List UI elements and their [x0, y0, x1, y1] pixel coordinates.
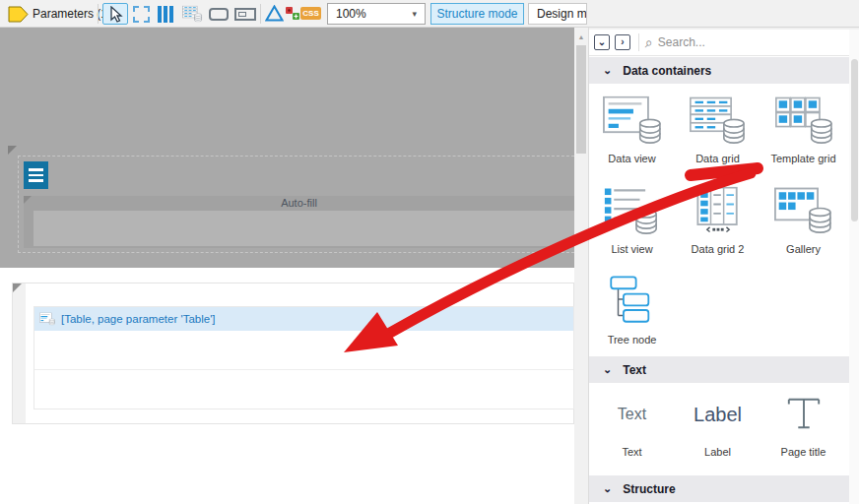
- widget-tile-data-grid-2[interactable]: Data grid 2: [675, 174, 760, 265]
- text-icon: Text: [618, 406, 646, 423]
- widget-tile-data-grid[interactable]: Data grid: [675, 84, 760, 174]
- css-badge[interactable]: CSS: [300, 7, 321, 20]
- scrollbar-thumb[interactable]: [851, 59, 858, 221]
- widget-tile-text[interactable]: Text Text: [589, 383, 675, 475]
- data-grid-icon: [689, 95, 748, 145]
- data-containers-tiles: Data view Data grid Template grid List v…: [589, 84, 849, 355]
- widget-tile-template-grid[interactable]: Template grid: [760, 84, 846, 174]
- widget-tile-gallery[interactable]: Gallery: [760, 174, 846, 265]
- page-editor-canvas: Auto-fill [Table, page parameter 'Table'…: [0, 28, 574, 504]
- cursor-arrow-icon: [107, 6, 123, 23]
- container-tool-icon[interactable]: [209, 8, 229, 21]
- scrollbar-thumb[interactable]: [576, 45, 586, 154]
- tree-node-icon: [604, 275, 661, 326]
- toolbar: Parameters (1) CSS 100% ▾ Structure mode…: [0, 0, 859, 28]
- scroll-up-icon[interactable]: ▲: [574, 30, 588, 43]
- panel-separator: [638, 33, 639, 51]
- parameters-breadcrumb[interactable]: Parameters (1): [33, 7, 111, 21]
- region-corner-marker: [13, 284, 22, 292]
- select-tool-button[interactable]: [102, 3, 128, 25]
- section-header-text[interactable]: ⌄ Text: [589, 356, 852, 383]
- widget-tile-list-view[interactable]: List view: [589, 174, 675, 265]
- data-view-icon: [39, 312, 55, 326]
- data-grid-2-icon: [689, 186, 748, 235]
- layout-header-area: Auto-fill: [0, 28, 574, 268]
- placeholder-tool-icon[interactable]: [234, 8, 256, 21]
- connector-tool-icon[interactable]: [286, 6, 300, 21]
- autofill-container[interactable]: Auto-fill: [24, 196, 574, 248]
- chevron-down-icon: ⌄: [603, 363, 612, 376]
- text-tiles: Text Text Label Label Page title: [589, 383, 849, 475]
- data-view-widget[interactable]: [Table, page parameter 'Table']: [33, 306, 574, 410]
- columns-tool-icon[interactable]: [158, 6, 174, 23]
- gallery-icon: [774, 186, 833, 235]
- page-content-area: [Table, page parameter 'Table']: [0, 268, 574, 504]
- panel-tool-row: ⌄ › ⌕: [589, 30, 852, 56]
- caret-down-icon: ▾: [412, 9, 417, 19]
- app-window: Parameters (1) CSS 100% ▾ Structure mode…: [0, 0, 859, 504]
- widget-search-input[interactable]: [658, 35, 835, 49]
- widget-tile-data-view[interactable]: Data view: [589, 84, 675, 174]
- data-view-empty-row[interactable]: [34, 331, 573, 370]
- page-title-icon: [785, 396, 823, 433]
- data-view-icon: [603, 95, 662, 145]
- list-view-icon: [603, 186, 662, 235]
- chevron-down-icon: ⌄: [598, 37, 606, 47]
- autofill-label: Auto-fill: [24, 197, 574, 209]
- autofill-inner-region[interactable]: [33, 211, 574, 246]
- canvas-scrollbar[interactable]: ▲: [574, 28, 588, 504]
- search-icon: ⌕: [645, 34, 653, 51]
- toolbar-separator: [98, 4, 99, 24]
- data-view-widget-title: [Table, page parameter 'Table']: [61, 313, 216, 325]
- chevron-down-icon: ⌄: [603, 482, 612, 495]
- selection-box-tool-icon[interactable]: [133, 6, 150, 23]
- toolbar-separator: [260, 4, 261, 24]
- collapse-all-button[interactable]: ›: [615, 34, 630, 50]
- section-header-structure[interactable]: ⌄ Structure: [589, 475, 852, 502]
- content-card[interactable]: [Table, page parameter 'Table']: [12, 283, 574, 424]
- expand-all-button[interactable]: ⌄: [594, 34, 610, 50]
- data-view-widget-header[interactable]: [Table, page parameter 'Table']: [34, 307, 573, 331]
- card-side-strip: [13, 284, 26, 423]
- label-icon: Label: [694, 404, 742, 426]
- widget-tile-tree-node[interactable]: Tree node: [589, 265, 675, 355]
- menu-toggle-button[interactable]: [24, 161, 48, 189]
- zoom-dropdown[interactable]: 100% ▾: [327, 3, 426, 25]
- design-mode-button[interactable]: Design m: [528, 3, 587, 25]
- widget-tile-page-title[interactable]: Page title: [760, 383, 846, 475]
- section-header-data-containers[interactable]: ⌄ Data containers: [589, 57, 852, 84]
- region-corner-marker: [8, 146, 17, 155]
- chevron-down-icon: ⌄: [603, 64, 612, 77]
- zoom-value: 100%: [336, 7, 366, 21]
- panel-scrollbar[interactable]: [849, 30, 859, 504]
- template-grid-icon: [774, 95, 833, 145]
- shape-tool-icon[interactable]: [265, 5, 284, 22]
- widget-tile-label[interactable]: Label Label: [675, 383, 760, 475]
- structure-mode-button[interactable]: Structure mode: [430, 3, 524, 25]
- page-parameters-icon: [8, 6, 30, 23]
- chevron-right-icon: ›: [621, 37, 624, 47]
- data-view-empty-row[interactable]: [34, 370, 573, 409]
- data-widget-tool-icon[interactable]: [182, 5, 203, 23]
- widgets-panel: Widgets Building blocks ⌄ › ⌕ ⌄ Data con…: [588, 0, 859, 504]
